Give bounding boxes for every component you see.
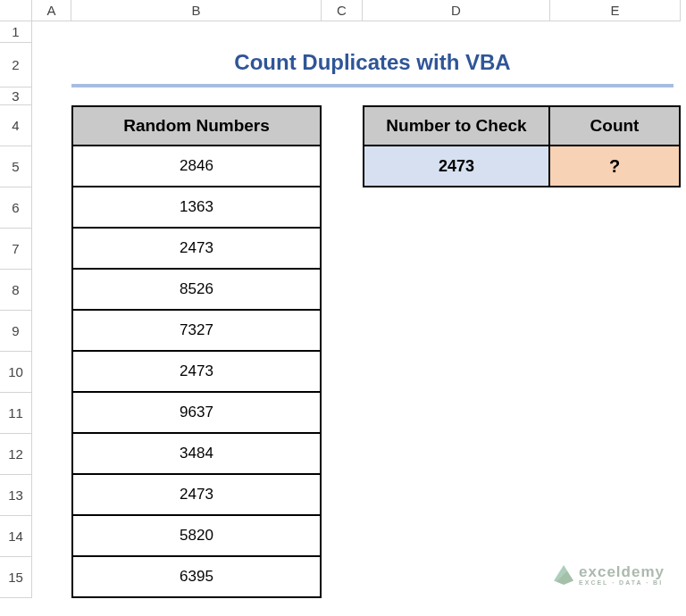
row-header-12[interactable]: 12 — [0, 434, 32, 475]
cell-B12[interactable]: 3484 — [71, 434, 322, 475]
row-header-11[interactable]: 11 — [0, 393, 32, 434]
row-header-7[interactable]: 7 — [0, 229, 32, 270]
row-header-4[interactable]: 4 — [0, 105, 32, 146]
spreadsheet-grid: A B C D E 1 2 Count Duplicates with VBA … — [0, 0, 686, 598]
row-header-15[interactable]: 15 — [0, 557, 32, 598]
cell-B7[interactable]: 2473 — [71, 229, 322, 270]
row-header-2[interactable]: 2 — [0, 43, 32, 87]
row-header-6[interactable]: 6 — [0, 187, 32, 229]
cell-B9[interactable]: 7327 — [71, 311, 322, 352]
cell-B8[interactable]: 8526 — [71, 270, 322, 311]
col-header-E[interactable]: E — [550, 0, 681, 21]
cell-B14[interactable]: 5820 — [71, 516, 322, 557]
cell-B5[interactable]: 2846 — [71, 146, 322, 187]
row-header-3[interactable]: 3 — [0, 87, 32, 105]
cell-B11[interactable]: 9637 — [71, 393, 322, 434]
table1-header[interactable]: Random Numbers — [71, 105, 322, 146]
cell-D5[interactable]: 2473 — [363, 146, 550, 187]
watermark-subtext: EXCEL · DATA · BI — [579, 579, 665, 586]
watermark-logo-icon — [554, 565, 573, 585]
row-header-10[interactable]: 10 — [0, 352, 32, 393]
cell-E5[interactable]: ? — [550, 146, 681, 187]
cell-B15[interactable]: 6395 — [71, 557, 322, 598]
row-header-13[interactable]: 13 — [0, 475, 32, 516]
row-header-5[interactable]: 5 — [0, 146, 32, 187]
col-header-A[interactable]: A — [32, 0, 71, 21]
row-header-8[interactable]: 8 — [0, 270, 32, 311]
col-header-D[interactable]: D — [363, 0, 550, 21]
row-header-14[interactable]: 14 — [0, 516, 32, 557]
table2-header-count[interactable]: Count — [550, 105, 681, 146]
cell-B6[interactable]: 1363 — [71, 187, 322, 229]
row-header-1[interactable]: 1 — [0, 21, 32, 43]
row-header-9[interactable]: 9 — [0, 311, 32, 352]
table2-header-check[interactable]: Number to Check — [363, 105, 550, 146]
row-1-cells[interactable] — [32, 21, 681, 43]
page-title: Count Duplicates with VBA — [71, 46, 673, 87]
watermark: exceldemy EXCEL · DATA · BI — [554, 564, 665, 586]
col-header-B[interactable]: B — [71, 0, 322, 21]
select-all-corner[interactable] — [0, 0, 32, 21]
col-header-C[interactable]: C — [322, 0, 363, 21]
cell-B10[interactable]: 2473 — [71, 352, 322, 393]
cell-B13[interactable]: 2473 — [71, 475, 322, 516]
watermark-text: exceldemy — [579, 564, 665, 579]
